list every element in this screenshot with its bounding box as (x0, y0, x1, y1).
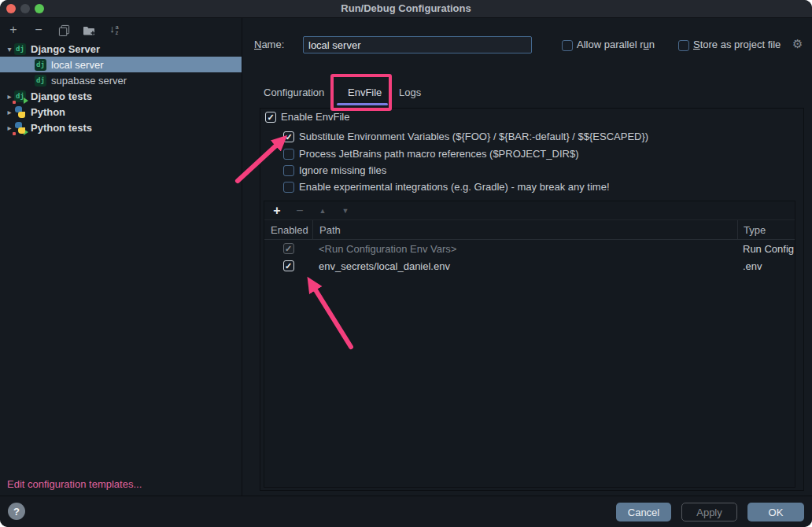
test-failed-badge-icon (13, 101, 16, 104)
copy-configuration-icon[interactable] (57, 24, 70, 36)
row-enabled-checkbox[interactable]: ✓ (283, 260, 294, 271)
table-toolbar: + − ▲ ▼ (264, 201, 795, 220)
enable-envfile-checkbox[interactable]: ✓ (265, 112, 276, 123)
remove-env-file-icon[interactable]: − (294, 204, 305, 218)
gear-icon[interactable]: ⚙ (792, 35, 803, 53)
apply-button[interactable]: Apply (681, 503, 737, 521)
dialog-footer: ? Cancel Apply OK (0, 496, 812, 527)
move-down-icon[interactable]: ▼ (340, 207, 351, 215)
ignore-missing-files-label: Ignore missing files (299, 162, 386, 179)
tab-configuration[interactable]: Configuration (264, 84, 324, 101)
ok-button[interactable]: OK (747, 503, 804, 521)
tree-item-label: Python tests (31, 122, 92, 134)
django-icon: dj (35, 75, 46, 87)
configurations-sidebar: + − ↓az ▾ dj Django Server dj local serv… (0, 18, 242, 496)
python-tests-icon (14, 122, 26, 134)
table-row[interactable]: ✓ env_secrets/local_daniel.env .env (264, 257, 795, 275)
django-icon: dj (14, 43, 26, 55)
test-failed-badge-icon (13, 132, 16, 135)
tree-item-label: Python (31, 106, 65, 118)
chevron-right-icon[interactable]: ▸ (5, 92, 14, 101)
experimental-integrations-label: Enable experimental integrations (e.g. G… (299, 179, 610, 196)
store-as-project-file-label: Store as project file (693, 36, 781, 53)
configurations-tree: ▾ dj Django Server dj local server dj su… (0, 41, 242, 135)
tree-item-python[interactable]: ▸ Python (0, 104, 242, 120)
allow-parallel-run-checkbox[interactable] (562, 40, 573, 51)
column-header-path: Path (312, 220, 737, 239)
tree-item-label: Django tests (31, 90, 92, 102)
chevron-right-icon[interactable]: ▸ (5, 123, 14, 132)
chevron-down-icon[interactable]: ▾ (5, 45, 14, 53)
django-icon: dj (35, 59, 46, 71)
chevron-right-icon[interactable]: ▸ (5, 108, 14, 116)
tree-item-python-tests[interactable]: ▸ Python tests (0, 120, 242, 135)
substitute-env-vars-checkbox[interactable]: ✓ (283, 131, 294, 142)
substitute-env-vars-label: Substitute Environment Variables (${FOO}… (299, 128, 648, 146)
new-folder-icon[interactable] (83, 24, 95, 36)
tab-logs[interactable]: Logs (399, 84, 421, 101)
test-badge-icon (24, 129, 28, 135)
sidebar-toolbar: + − ↓az (0, 18, 120, 42)
tree-item-django-tests[interactable]: ▸ dj Django tests (0, 88, 242, 104)
row-path: env_secrets/local_daniel.env (312, 257, 737, 275)
table-header: Enabled Path Type (264, 220, 795, 240)
sort-alphabetically-icon[interactable]: ↓az (108, 24, 120, 36)
allow-parallel-run-label: Allow parallel run (577, 36, 655, 53)
row-type: Run Config (737, 240, 795, 257)
window-title: Run/Debug Configurations (0, 0, 812, 17)
active-tab-underline (337, 103, 388, 105)
name-field-label: Name: (254, 36, 284, 53)
column-header-type: Type (737, 220, 795, 239)
tree-item-label: local server (51, 59, 103, 71)
help-icon[interactable]: ? (8, 503, 25, 520)
django-tests-icon: dj (14, 90, 26, 102)
tree-item-supabase-server[interactable]: dj supabase server (0, 72, 242, 88)
ignore-missing-files-checkbox[interactable] (283, 165, 294, 176)
experimental-integrations-checkbox[interactable] (283, 182, 294, 193)
python-icon (14, 106, 26, 118)
table-row[interactable]: ✓ <Run Configuration Env Vars> Run Confi… (264, 240, 795, 257)
move-up-icon[interactable]: ▲ (317, 207, 328, 215)
env-files-table: + − ▲ ▼ Enabled Path Type ✓ <Run Configu… (264, 201, 795, 488)
row-enabled-checkbox: ✓ (283, 243, 294, 254)
row-type: .env (737, 257, 795, 275)
process-path-macro-checkbox[interactable] (283, 149, 294, 160)
run-debug-configurations-dialog: Run/Debug Configurations + − ↓az ▾ dj Dj… (0, 0, 812, 527)
edit-configuration-templates-link[interactable]: Edit configuration templates... (7, 478, 142, 490)
column-header-enabled: Enabled (264, 220, 312, 239)
process-path-macro-label: Process JetBrains path macro references … (299, 146, 578, 163)
add-env-file-icon[interactable]: + (271, 204, 282, 218)
tree-item-label: supabase server (51, 75, 127, 87)
row-path: <Run Configuration Env Vars> (312, 240, 737, 257)
enable-envfile-label: Enable EnvFile (281, 109, 349, 126)
cancel-button[interactable]: Cancel (616, 503, 671, 521)
test-badge-icon (24, 98, 28, 104)
tree-item-local-server[interactable]: dj local server (0, 57, 242, 72)
tree-item-label: Django Server (31, 43, 100, 55)
tree-item-django-server[interactable]: ▾ dj Django Server (0, 41, 242, 57)
titlebar: Run/Debug Configurations (0, 0, 812, 18)
store-as-project-file-checkbox[interactable] (678, 40, 689, 51)
add-configuration-icon[interactable]: + (7, 24, 20, 36)
remove-configuration-icon[interactable]: − (32, 24, 45, 36)
configuration-name-input[interactable] (303, 36, 532, 53)
tab-envfile[interactable]: EnvFile (348, 84, 382, 101)
